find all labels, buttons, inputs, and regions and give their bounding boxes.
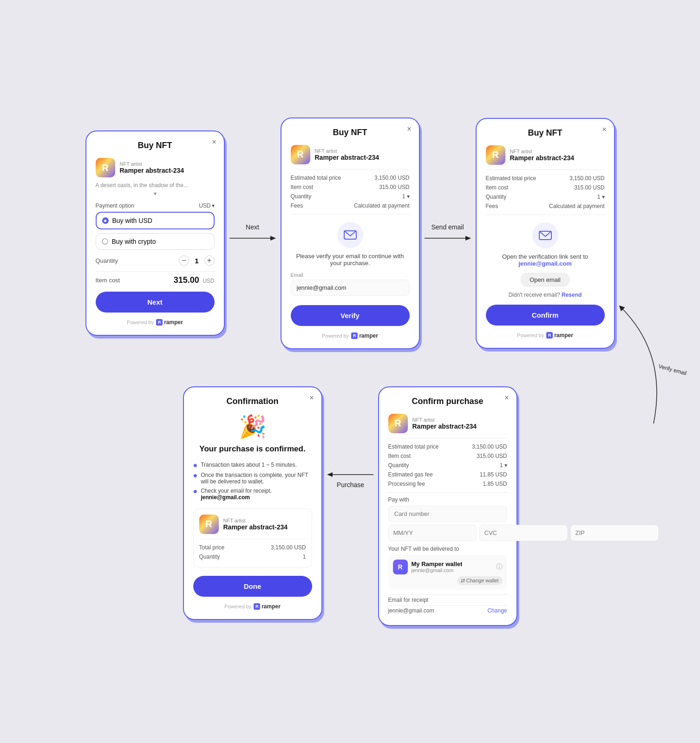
quantity-dropdown-3[interactable]: 1 ▾ [597,194,605,200]
item-cost-value-wrapper: 315.00 USD [174,275,215,285]
ramper-icon-1: R [156,319,163,326]
receipt-email: jennie@gmail.com [201,494,250,501]
change-wallet-btn-area: ⇄ Change wallet [393,576,503,585]
arrow-purchase: Purchase [322,470,378,491]
nft-thumbnail-3: R [486,145,505,165]
summary-fees-3: Fees Calculated at payment [486,202,605,211]
radio-unselected-icon [102,238,108,245]
email-icon-svg-2 [344,230,357,240]
arrow-send-email-svg [425,234,471,243]
verify-button[interactable]: Verify [291,305,410,326]
summary-estimated-5: Estimated total price 3,150.00 USD [388,442,507,451]
summary-quantity-2: Quantity 1 ▾ [291,192,410,201]
nft-label-3: NFT artist [510,149,575,154]
ramper-text-2: ramper [359,332,378,339]
quantity-decrease-btn[interactable]: − [179,255,189,266]
buy-with-crypto-option[interactable]: Buy with crypto [96,233,215,250]
nft-desc-1: A desert oasis, in the shadow of the... [96,182,215,189]
summary-processing-fee-5: Processing fee 1.85 USD [388,479,507,489]
close-button-5[interactable]: × [504,394,509,402]
email-icon-svg-3 [539,231,552,240]
row-2: × Confirmation 🎉 Your purchase is confir… [19,377,681,626]
email-receipt-row-5: Email for receipt [388,594,507,605]
item-cost-value-1: 315.00 [174,275,199,285]
summary-total-price-4: Total price 3,150.00 USD [199,543,306,552]
close-button-2[interactable]: × [407,125,411,133]
nft-name-4: Ramper abstract-234 [223,523,288,531]
card-title-5: Confirm purchase [388,397,507,406]
buy-crypto-label: Buy with crypto [112,238,156,245]
powered-by-4: Powered by R ramper [193,603,312,610]
card-number-input[interactable] [388,506,507,522]
ramper-logo-4: R ramper [254,603,281,610]
open-email-button[interactable]: Open email [520,273,569,287]
nft-label-4: NFT artist [223,518,288,523]
ramper-icon-3: R [546,332,553,339]
powered-by-3: Powered by R ramper [486,332,605,339]
summary-quantity-5: Quantity 1 ▾ [388,461,507,470]
done-button[interactable]: Done [193,576,312,597]
summary-item-cost-3: Item cost 315.00 USD [486,183,605,192]
buy-with-usd-option[interactable]: Buy with USD [96,212,215,229]
nft-name-2: Ramper abstract-234 [315,154,379,161]
nft-thumbnail-2: R [291,145,310,164]
cost-row-1: Item cost 315.00 USD [96,271,215,289]
ramper-logo-3: R ramper [546,332,573,339]
radio-selected-icon [102,217,109,224]
arrow-send-email-label: Send email [431,223,464,231]
ramper-text-3: ramper [554,332,573,339]
quantity-increase-btn[interactable]: + [204,255,215,266]
nft-label-2: NFT artist [315,148,379,154]
mm-yy-input[interactable] [388,525,477,541]
arrow-next: Next [225,223,281,243]
resend-link[interactable]: Resend [562,292,582,298]
close-button-3[interactable]: × [602,125,606,134]
delivery-box-5: R My Ramper wallet jennie@gmail.com ⓘ ⇄ … [388,555,507,590]
party-icon: 🎉 [193,414,312,440]
chevron-down-icon-1[interactable]: ▾ [96,190,215,197]
delivery-label-5: Your NFT will be delivered to [388,546,507,552]
close-button-1[interactable]: × [212,138,216,146]
change-wallet-button[interactable]: ⇄ Change wallet [457,576,503,585]
email-input-2[interactable] [291,280,410,296]
change-wallet-icon: ⇄ [461,578,465,583]
next-button-1[interactable]: Next [96,292,215,313]
nft-info-5: NFT artist Ramper abstract-234 [412,417,477,430]
quantity-dropdown-5[interactable]: 1 ▾ [500,462,507,469]
confirm-button[interactable]: Confirm [486,305,605,326]
ramper-logo-1: R ramper [156,319,183,326]
ramper-text-4: ramper [262,603,281,610]
email-receipt-label-5: Email for receipt [388,597,429,603]
quantity-dropdown-2[interactable]: 1 ▾ [402,193,410,200]
card-title-3: Buy NFT [486,128,605,138]
svg-text:Verify email: Verify email [658,363,687,377]
summary-item-cost-5: Item cost 315.00 USD [388,451,507,461]
info-item-3: ● Check your email for receipt. jennie@g… [193,486,312,502]
zip-input[interactable] [570,525,659,541]
powered-by-2: Powered by R ramper [291,332,410,339]
cvc-input[interactable] [479,525,568,541]
arrow-next-line [229,234,276,243]
arrow-next-label: Next [246,223,259,231]
email-receipt-value-row-5: jennie@gmail.com Change [388,605,507,616]
nft-item-4: R NFT artist Ramper abstract-234 [199,515,306,534]
svg-marker-1 [270,236,276,241]
email-receipt-value-5: jennie@gmail.com [388,607,434,614]
nft-item-3: R NFT artist Ramper abstract-234 [486,145,605,165]
nft-info-4: NFT artist Ramper abstract-234 [223,518,288,531]
email-icon-container-3 [486,222,605,248]
nft-item-2: R NFT artist Ramper abstract-234 [291,145,410,164]
info-circle-icon: ⓘ [496,563,503,571]
card-title-4: Confirmation [193,397,312,406]
nft-thumbnail-5: R [388,414,408,433]
email-receipt-change-link[interactable]: Change [487,607,507,614]
wallet-details-5: My Ramper wallet jennie@gmail.com [412,561,463,573]
row-1: × Buy NFT R NFT artist Ramper abstract-2… [19,117,681,349]
item-cost-currency-1: USD [203,278,214,284]
close-button-4[interactable]: × [309,394,314,402]
nft-info-1: NFT artist Ramper abstract-234 [120,161,184,174]
info-item-1: ● Transaction takes about 1 ~ 5 minutes. [193,460,312,470]
quantity-controls-1: − 1 + [179,255,214,266]
pay-with-label-5: Pay with [388,496,507,503]
summary-item-cost-2: Item cost 315.00 USD [291,182,410,192]
